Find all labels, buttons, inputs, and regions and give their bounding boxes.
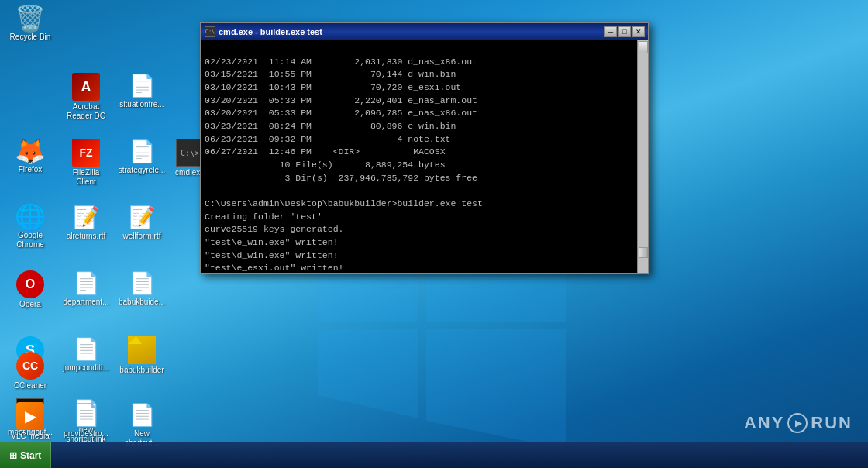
icon-department[interactable]: 📄 department... [59,267,113,309]
icon-babukbuilder[interactable]: babukbuilder [115,333,169,377]
icon-babukbuide[interactable]: 📄 babukbuide... [115,267,169,309]
start-button[interactable]: ⊞ Start [0,442,51,469]
icon-wellform[interactable]: 📝 wellform.rtf [115,201,169,243]
cmd-close-btn[interactable]: ✕ [632,26,645,37]
cmd-window-icon: C:\ [205,26,215,37]
icon-jumpconditi[interactable]: 📄 jumpconditi... [59,333,113,375]
icon-label-babukbuilder: babukbuilder [118,366,166,374]
icon-label-opera: Opera [6,300,54,308]
cmd-minimize-btn[interactable]: ─ [604,26,617,37]
icon-strategyrele[interactable]: 📄 strategyrele... [115,136,169,177]
icon-alreturns[interactable]: 📝 alreturns.rtf [59,201,113,243]
anyrun-watermark: ANY ▶ RUN [744,413,852,433]
icon-label-providestro: providestro... [62,429,110,438]
icon-label-jumpconditi: jumpconditi... [62,363,110,372]
start-label: Start [20,450,41,461]
icon-label-babukbuide: babukbuide... [118,298,166,306]
anyrun-play-icon: ▶ [787,413,808,433]
icon-acrobat[interactable]: A AcrobatReader DC [59,70,113,124]
icon-label-filezilla: FileZilla Client [62,168,110,187]
cmd-title-text: cmd.exe - builder.exe test [219,27,322,36]
cmd-titlebar: C:\ cmd.exe - builder.exe test ─ □ ✕ [202,23,648,40]
icon-label-alreturns: alreturns.rtf [62,232,110,240]
cmd-scroll-thumb[interactable] [639,247,648,258]
anyrun-text-run: RUN [811,413,852,433]
icon-label-situationfre: situationfre... [118,100,166,109]
icon-filezilla[interactable]: FZ FileZilla Client [59,136,113,190]
icon-label-firefox: Firefox [6,165,54,174]
icon-ccleaner[interactable]: CC CCleaner [3,349,57,393]
icon-label-ccleaner: CCleaner [6,381,54,390]
icon-chrome[interactable]: 🌐 Google Chrome [3,201,57,253]
icon-label-acrobat: AcrobatReader DC [62,102,110,121]
cmd-window: C:\ cmd.exe - builder.exe test ─ □ ✕ 02/… [200,22,649,274]
icon-situationfre[interactable]: 📄 situationfre... [115,70,169,112]
icon-recycle-bin[interactable]: 🗑️ Recycle Bin [3,3,57,45]
icon-firefox[interactable]: 🦊 Firefox [3,136,57,177]
icon-label-strategyrele: strategyrele... [118,166,166,174]
icon-label-department: department... [62,298,110,306]
icon-label-chrome: Google Chrome [6,231,54,249]
cmd-scrollbar[interactable] [637,40,648,273]
icon-opera[interactable]: O Opera [3,267,57,311]
anyrun-text-any: ANY [744,413,784,433]
icon-providestro[interactable]: 📄 providestro... [59,399,113,441]
icon-label-recycle-bin: Recycle Bin [6,33,54,42]
taskbar: ⊞ Start [0,442,868,468]
icon-label-wellform: wellform.rtf [118,232,166,240]
cmd-body: 02/23/2021 11:14 AM 2,031,830 d_nas_x86.… [202,40,640,273]
cmd-maximize-btn[interactable]: □ [618,26,631,37]
